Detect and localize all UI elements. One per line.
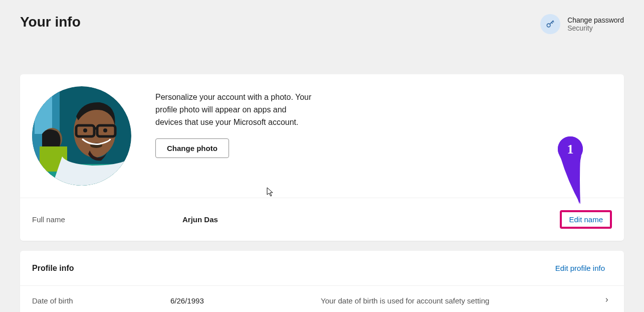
svg-rect-5 bbox=[35, 89, 52, 134]
avatar bbox=[32, 86, 131, 186]
change-password-link[interactable]: Change password Security bbox=[540, 14, 624, 34]
profile-info-title: Profile info bbox=[32, 264, 74, 273]
dob-description: Your date of birth is used for account s… bbox=[321, 296, 602, 305]
change-photo-button[interactable]: Change photo bbox=[155, 138, 229, 158]
page-title: Your info bbox=[20, 14, 81, 30]
edit-name-button[interactable]: Edit name bbox=[562, 212, 610, 227]
photo-description: Personalize your account with a photo. Y… bbox=[155, 91, 316, 128]
full-name-value: Arjun Das bbox=[182, 215, 560, 224]
dob-label: Date of birth bbox=[32, 296, 170, 305]
change-password-subtitle: Security bbox=[567, 24, 624, 32]
svg-point-14 bbox=[83, 128, 87, 132]
dob-value: 6/26/1993 bbox=[170, 296, 321, 305]
chevron-right-icon bbox=[602, 296, 612, 305]
full-name-label: Full name bbox=[32, 215, 182, 224]
edit-profile-info-button[interactable]: Edit profile info bbox=[548, 261, 612, 275]
change-password-title: Change password bbox=[567, 16, 624, 24]
date-of-birth-row[interactable]: Date of birth 6/26/1993 Your date of bir… bbox=[20, 286, 624, 312]
profile-card: Personalize your account with a photo. Y… bbox=[20, 74, 624, 241]
profile-info-card: Profile info Edit profile info Date of b… bbox=[20, 251, 624, 312]
key-icon bbox=[540, 14, 560, 34]
svg-point-15 bbox=[103, 128, 107, 132]
